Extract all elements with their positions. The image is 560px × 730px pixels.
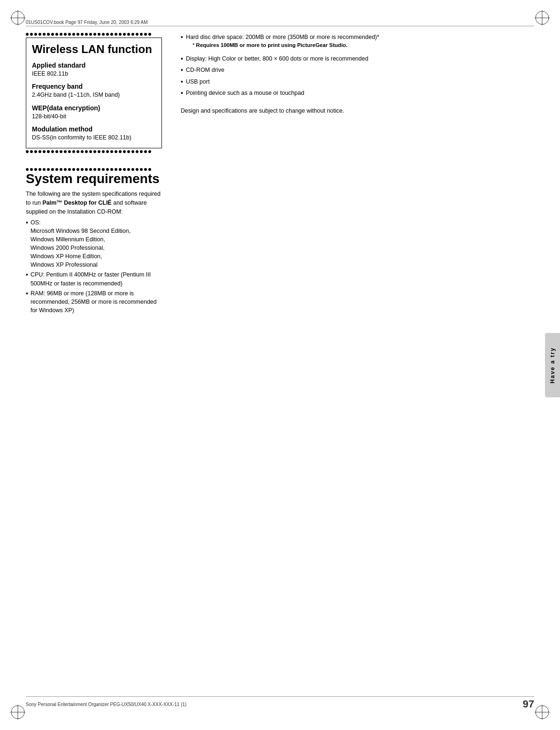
dot [98,33,100,36]
frequency-band-body: 2.4GHz band (1~11ch, ISM band) [32,91,156,100]
dot [77,150,79,153]
list-item: OS: Microsoft Windows 98 Second Edition,… [26,218,162,269]
left-column: Wireless LAN function Applied standard I… [26,33,171,692]
dot [127,33,130,36]
system-requirements-title: System requirements [26,172,162,186]
dot [93,168,96,171]
dot [148,168,151,171]
dot [110,33,113,36]
dot [34,150,37,153]
modulation-method-body: DS-SS(in conformity to IEEE 802.11b) [32,134,156,142]
right-column: Hard disc drive space: 200MB or more (35… [171,33,534,692]
dot [131,168,134,171]
wireless-box: Wireless LAN function Applied standard I… [26,38,162,148]
dot [106,168,109,171]
dot [64,168,67,171]
dot [30,150,33,153]
dot [144,150,147,153]
dot [106,33,109,36]
dot [115,168,117,171]
asterisk-note: * Requires 100MB or more to print using … [192,41,534,49]
list-item-display: Display: High Color or better, 800 × 600… [181,54,534,63]
dot [30,33,33,36]
dot [85,150,88,153]
dot [119,168,122,171]
dot [136,150,138,153]
dot [34,33,37,36]
frequency-band-heading: Frequency band [32,83,156,90]
dot [43,150,46,153]
page: 01US01COV.book Page 97 Friday, June 20, … [0,0,560,730]
dot [43,168,46,171]
list-item-cpu: CPU: Pentium II 400MHz or faster (Pentiu… [26,270,162,287]
right-bullet-list: Hard disc drive space: 200MB or more (35… [181,33,534,97]
dot [26,150,29,153]
dot [55,168,58,171]
dot [47,33,50,36]
dot [102,150,105,153]
crosshair-bottom-left [8,703,27,722]
side-tab: Have a try [545,333,560,397]
dot [60,168,62,171]
dot [102,168,105,171]
list-item-hdd: Hard disc drive space: 200MB or more (35… [181,33,534,52]
dot [93,33,96,36]
system-dots-top [26,168,162,171]
list-item-pointing: Pointing device such as a mouse or touch… [181,89,534,97]
dot [115,150,117,153]
dot [77,168,79,171]
dot [89,150,92,153]
dot [72,150,75,153]
dot [64,33,67,36]
dot [26,168,29,171]
system-intro: The following are the system specificati… [26,190,162,216]
dot [55,33,58,36]
dot [38,33,41,36]
dot [60,33,62,36]
dot [68,150,71,153]
dot [72,33,75,36]
wireless-lan-section: Wireless LAN function Applied standard I… [26,33,162,153]
design-note: Design and specifications are subject to… [181,107,534,115]
dot [140,33,143,36]
dot [26,33,29,36]
header-bar: 01US01COV.book Page 97 Friday, June 20, … [26,20,534,26]
dot [68,33,71,36]
system-requirements-section: System requirements The following are th… [26,168,162,315]
dot [102,33,105,36]
crosshair-top-left [8,8,27,27]
dot [51,33,54,36]
modulation-method-heading: Modulation method [32,125,156,133]
dot [98,168,100,171]
system-requirements-body: The following are the system specificati… [26,190,162,315]
dot [123,150,126,153]
crosshair-bottom-right [533,703,552,722]
dot [47,168,50,171]
dot [47,150,50,153]
dot [131,150,134,153]
system-bullet-list: OS: Microsoft Windows 98 Second Edition,… [26,218,162,315]
dot [38,150,41,153]
dot [136,33,138,36]
wep-encryption-body: 128-bit/40-bit [32,113,156,121]
dot [123,168,126,171]
dot [148,33,151,36]
header-text: 01US01COV.book Page 97 Friday, June 20, … [26,20,148,25]
footer-bar: Sony Personal Entertainment Organizer PE… [26,696,534,710]
list-item-ram: RAM: 96MB or more (128MB or more is reco… [26,289,162,315]
dot [127,168,130,171]
page-number: 97 [523,698,534,710]
dot [85,168,88,171]
dot [51,168,54,171]
wep-encryption-heading: WEP(data encryption) [32,104,156,112]
dot [110,168,113,171]
list-item-usb: USB port [181,77,534,86]
dot [144,168,147,171]
dot [81,33,84,36]
wireless-dots-top [26,33,162,36]
side-tab-text: Have a try [549,347,556,383]
wireless-lan-title: Wireless LAN function [32,43,156,56]
dot [144,33,147,36]
dot [131,33,134,36]
dot [89,33,92,36]
